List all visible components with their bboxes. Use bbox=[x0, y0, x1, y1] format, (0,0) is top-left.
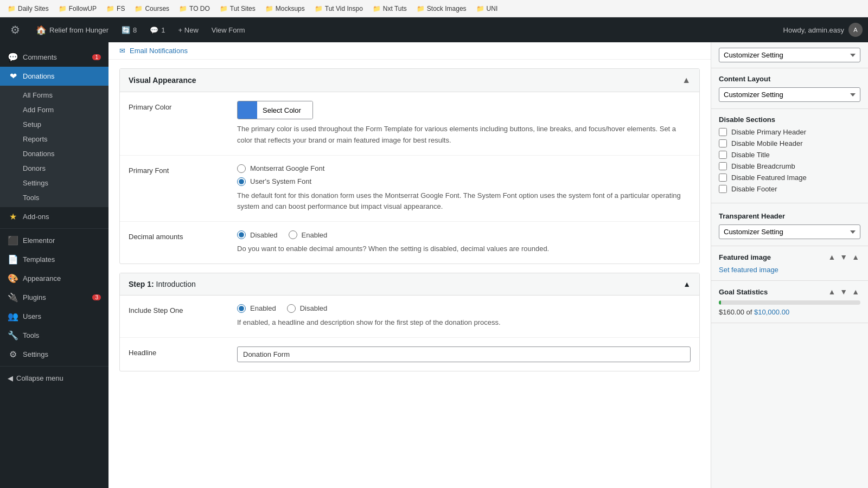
right-sidebar: Customizer Setting Content Layout Custom… bbox=[711, 42, 868, 488]
main-layout: 💬 Comments 1 ❤ Donations All Forms Add F… bbox=[0, 42, 868, 488]
sidebar-item-settings[interactable]: ⚙ Settings bbox=[0, 345, 108, 364]
font-radio-system[interactable] bbox=[237, 177, 246, 186]
goal-stats-down-btn[interactable]: ▼ bbox=[839, 287, 848, 296]
include-disabled[interactable]: Disabled bbox=[287, 304, 328, 313]
sidebar-sub-add-form[interactable]: Add Form bbox=[0, 102, 108, 117]
disable-title-checkbox[interactable] bbox=[719, 151, 727, 159]
include-enabled[interactable]: Enabled bbox=[237, 304, 276, 313]
sidebar-item-comments[interactable]: 💬 Comments 1 bbox=[0, 48, 108, 67]
font-radio-montserrat[interactable] bbox=[237, 164, 246, 173]
sidebar-item-users[interactable]: 👥 Users bbox=[0, 307, 108, 326]
primary-color-row: Primary Color Select Color The primary c… bbox=[120, 92, 699, 156]
rs-featured-image-section: Featured image ▲ ▼ ▲ Set featured image bbox=[711, 246, 868, 281]
addons-star-icon: ★ bbox=[8, 211, 18, 222]
select-color-btn[interactable]: Select Color bbox=[257, 101, 312, 119]
decimal-control: Disabled Enabled Do you want to enable d… bbox=[237, 230, 691, 255]
rs-disable-primary-header[interactable]: Disable Primary Header bbox=[719, 128, 860, 136]
decimal-radio-disabled[interactable] bbox=[237, 230, 246, 239]
rs-disable-footer[interactable]: Disable Footer bbox=[719, 185, 860, 193]
admin-bar-view-form[interactable]: View Form bbox=[205, 17, 252, 42]
updates-icon: 🔄 bbox=[122, 26, 130, 34]
admin-avatar[interactable]: A bbox=[848, 23, 863, 37]
sidebar-sub-settings[interactable]: Settings bbox=[0, 176, 108, 190]
bookmark-courses[interactable]: 📁 Courses bbox=[131, 4, 173, 14]
disable-featured-image-checkbox[interactable] bbox=[719, 174, 727, 182]
sidebar-sub-reports[interactable]: Reports bbox=[0, 132, 108, 146]
bookmark-tut-sites[interactable]: 📁 Tut Sites bbox=[216, 4, 259, 14]
sidebar-sub-setup[interactable]: Setup bbox=[0, 117, 108, 132]
featured-image-down-btn[interactable]: ▼ bbox=[839, 253, 848, 261]
sidebar-sub-tools[interactable]: Tools bbox=[0, 190, 108, 205]
bookmark-nxt-tuts[interactable]: 📁 Nxt Tuts bbox=[369, 4, 410, 14]
decimal-enabled[interactable]: Enabled bbox=[289, 230, 328, 239]
sidebar-sub-donors[interactable]: Donors bbox=[0, 161, 108, 176]
primary-font-control: Montserrat Google Font User's System Fon… bbox=[237, 164, 691, 213]
headline-input[interactable] bbox=[237, 346, 691, 362]
disable-footer-checkbox[interactable] bbox=[719, 185, 727, 193]
bookmark-tut-vid[interactable]: 📁 Tut Vid Inspo bbox=[311, 4, 366, 14]
goal-stats-up-btn[interactable]: ▲ bbox=[827, 287, 837, 296]
bookmark-todo[interactable]: 📁 TO DO bbox=[176, 4, 213, 14]
sidebar-item-templates[interactable]: 📄 Templates bbox=[0, 250, 108, 269]
decimal-radio-enabled[interactable] bbox=[289, 230, 297, 239]
admin-bar-new[interactable]: + New bbox=[172, 17, 205, 42]
bookmark-mocksups[interactable]: 📁 Mocksups bbox=[262, 4, 308, 14]
sidebar-item-appearance[interactable]: 🎨 Appearance bbox=[0, 269, 108, 288]
include-radio-enabled[interactable] bbox=[237, 304, 246, 313]
bookmark-followup[interactable]: 📁 FollowUP bbox=[55, 4, 100, 14]
sidebar-item-tools[interactable]: 🔧 Tools bbox=[0, 326, 108, 345]
disable-mobile-header-checkbox[interactable] bbox=[719, 139, 727, 147]
step1-title: Step 1: Introduction bbox=[129, 280, 196, 288]
goal-progress-fill bbox=[719, 300, 721, 305]
primary-font-label: Primary Font bbox=[129, 164, 226, 213]
bookmark-daily-sites[interactable]: 📁 Daily Sites bbox=[4, 4, 52, 14]
rs-disable-featured-image[interactable]: Disable Featured Image bbox=[719, 174, 860, 182]
bookmark-fs[interactable]: 📁 FS bbox=[103, 4, 128, 14]
wp-logo-icon[interactable]: ⚙ bbox=[5, 20, 25, 40]
decimal-disabled[interactable]: Disabled bbox=[237, 230, 278, 239]
rs-goal-stats-actions: ▲ ▼ ▲ bbox=[827, 287, 860, 296]
visual-appearance-collapse-btn[interactable]: ▲ bbox=[682, 75, 691, 85]
main-content: ✉ Email Notifications Visual Appearance … bbox=[108, 42, 868, 488]
goal-amount-text: $160.00 of $10,000.00 bbox=[719, 308, 860, 316]
rs-top-customizer-select[interactable]: Customizer Setting bbox=[719, 48, 860, 62]
collapse-menu-btn[interactable]: ◀ Collapse menu bbox=[0, 369, 108, 388]
home-icon: 🏠 bbox=[36, 25, 47, 35]
bookmark-uni[interactable]: 📁 UNI bbox=[473, 4, 501, 14]
rs-transparent-header-select[interactable]: Customizer Setting bbox=[719, 224, 860, 239]
rs-top-customizer: Customizer Setting bbox=[711, 42, 868, 68]
disable-primary-header-checkbox[interactable] bbox=[719, 128, 727, 136]
sidebar-sub-all-forms[interactable]: All Forms bbox=[0, 88, 108, 102]
admin-bar-updates[interactable]: 🔄 8 bbox=[115, 17, 143, 42]
goal-stats-expand-btn[interactable]: ▲ bbox=[851, 287, 860, 296]
rs-disable-breadcrumb[interactable]: Disable Breadcrumb bbox=[719, 162, 860, 170]
rs-goal-stats-title: Goal Statistics bbox=[719, 288, 768, 296]
rs-disable-title[interactable]: Disable Title bbox=[719, 151, 860, 159]
font-option2[interactable]: User's System Font bbox=[237, 177, 691, 186]
rs-disable-mobile-header[interactable]: Disable Mobile Header bbox=[719, 139, 860, 147]
sidebar-item-addons[interactable]: ★ Add-ons bbox=[0, 207, 108, 226]
include-radio-disabled[interactable] bbox=[287, 304, 296, 313]
email-notifications-bar[interactable]: ✉ Email Notifications bbox=[108, 42, 711, 60]
tools-icon: 🔧 bbox=[8, 330, 18, 341]
step1-panel: Step 1: Introduction ▲ Include Step One bbox=[119, 273, 700, 371]
rs-content-layout-select[interactable]: Customizer Setting bbox=[719, 87, 860, 102]
sidebar-item-plugins[interactable]: 🔌 Plugins 3 bbox=[0, 288, 108, 307]
admin-bar-comments[interactable]: 💬 1 bbox=[143, 17, 171, 42]
visual-appearance-panel: Visual Appearance ▲ Primary Color Select… bbox=[119, 68, 700, 264]
bookmark-stock[interactable]: 📁 Stock Images bbox=[413, 4, 470, 14]
font-option1[interactable]: Montserrat Google Font bbox=[237, 164, 691, 173]
sidebar-item-donations[interactable]: ❤ Donations bbox=[0, 67, 108, 86]
color-picker-button[interactable]: Select Color bbox=[237, 101, 313, 119]
disable-breadcrumb-checkbox[interactable] bbox=[719, 162, 727, 170]
step1-collapse-btn[interactable]: ▲ bbox=[683, 280, 691, 288]
templates-icon: 📄 bbox=[8, 254, 18, 265]
featured-image-up-btn[interactable]: ▲ bbox=[827, 253, 837, 261]
sidebar-item-elementor[interactable]: ⬛ Elementor bbox=[0, 231, 108, 250]
sidebar-sub-donations[interactable]: Donations bbox=[0, 146, 108, 161]
rs-featured-image-title: Featured image bbox=[719, 253, 771, 261]
set-featured-image-link[interactable]: Set featured image bbox=[719, 266, 778, 274]
featured-image-expand-btn[interactable]: ▲ bbox=[851, 253, 860, 261]
goal-target-link[interactable]: $10,000.00 bbox=[754, 308, 789, 316]
admin-bar-site[interactable]: 🏠 Relief from Hunger bbox=[29, 17, 115, 42]
